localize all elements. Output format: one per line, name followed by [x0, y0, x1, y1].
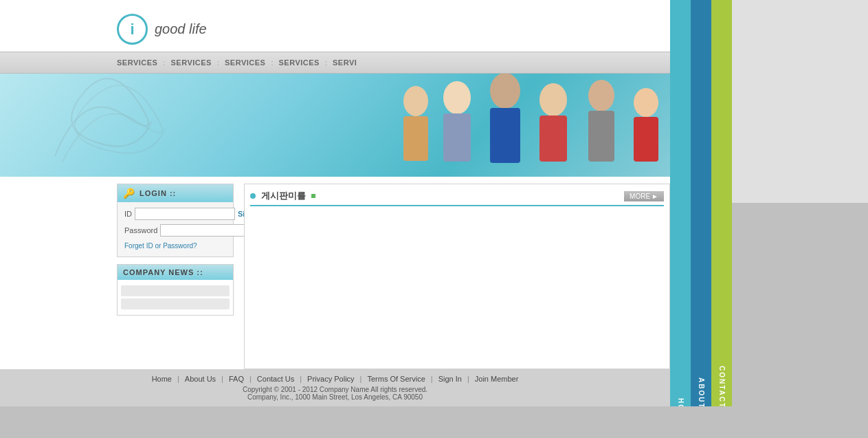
right-sidebar-inner: HOME ABOUT US CONTACT US: [670, 0, 868, 406]
key-icon: 🔑: [123, 188, 135, 199]
banner-people: [375, 74, 670, 177]
about-label: ABOUT US: [698, 377, 705, 406]
more-label: MORE: [630, 193, 650, 200]
board-title: 게시판미를: [261, 190, 306, 202]
board-panel: 게시판미를 MORE ►: [244, 184, 670, 369]
svg-rect-7: [539, 116, 567, 162]
logo-i-letter: i: [130, 21, 134, 39]
footer-link-terms[interactable]: Terms Of Service: [361, 375, 430, 383]
main-body: 🔑 LOGIN :: ID Sign Up Password: [0, 177, 670, 369]
footer-link-faq[interactable]: FAQ: [223, 375, 249, 383]
login-header-text: LOGIN ::: [140, 189, 176, 197]
page-wrapper: i good life SERVICES : SERVICES : SERVIC…: [0, 0, 868, 406]
sidebar-contact-panel[interactable]: CONTACT US: [711, 0, 732, 203]
nav-sep-3: :: [271, 58, 273, 67]
forget-link[interactable]: Forget ID or Password?: [124, 241, 226, 251]
footer-link-join[interactable]: Join Member: [469, 375, 524, 383]
more-arrow-icon: ►: [652, 193, 658, 200]
id-label: ID: [124, 210, 132, 218]
news-header: COMPANY NEWS ::: [118, 265, 233, 280]
board-green-dot: [311, 194, 315, 198]
nav-bar: SERVICES : SERVICES : SERVICES : SERVICE…: [0, 52, 670, 74]
swirl-decoration: [41, 74, 192, 170]
board-header: 게시판미를 MORE ►: [250, 190, 664, 206]
footer-link-contact[interactable]: Contact Us: [252, 375, 300, 383]
more-button[interactable]: MORE ►: [624, 191, 664, 201]
nav-item-2[interactable]: SERVICES: [171, 58, 212, 67]
footer-copyright: Copyright © 2001 - 2012 Company Name All…: [0, 386, 670, 393]
contact-panel-label[interactable]: CONTACT US: [711, 0, 732, 406]
login-id-row: ID Sign Up: [124, 208, 226, 220]
sidebar-home-panel[interactable]: HOME: [670, 0, 691, 203]
home-label: HOME: [677, 398, 685, 406]
svg-point-10: [634, 88, 658, 117]
about-panel-label[interactable]: ABOUT US: [691, 0, 711, 406]
nav-item-3[interactable]: SERVICES: [225, 58, 265, 67]
top-area: i good life SERVICES : SERVICES : SERVIC…: [0, 0, 868, 406]
contact-label: CONTACT US: [718, 366, 726, 406]
id-input[interactable]: [135, 208, 235, 220]
footer-link-privacy[interactable]: Privacy Policy: [302, 375, 359, 383]
svg-point-6: [539, 83, 567, 116]
news-items: [118, 280, 233, 315]
footer-links: Home | About Us | FAQ | Contact Us | Pri…: [0, 375, 670, 383]
svg-point-0: [403, 86, 428, 116]
login-box: 🔑 LOGIN :: ID Sign Up Password: [117, 184, 234, 257]
board-title-row: 게시판미를: [250, 190, 315, 202]
login-password-row: Password Sign In: [124, 224, 226, 237]
news-item-1[interactable]: [121, 285, 230, 296]
svg-point-4: [490, 74, 520, 109]
footer-area: Home | About Us | FAQ | Contact Us | Pri…: [0, 369, 670, 406]
footer-link-signin[interactable]: Sign In: [433, 375, 467, 383]
nav-sep-4: :: [325, 58, 327, 67]
svg-rect-9: [588, 111, 614, 162]
nav-item-5[interactable]: SERVI: [333, 58, 357, 67]
main-content-area: i good life SERVICES : SERVICES : SERVIC…: [0, 0, 670, 406]
board-teal-dot: [250, 193, 256, 199]
right-sidebar: HOME ABOUT US CONTACT US: [670, 0, 868, 406]
forget-link-anchor[interactable]: Forget ID or Password?: [124, 242, 197, 250]
svg-rect-3: [443, 113, 471, 162]
nav-item-4[interactable]: SERVICES: [279, 58, 320, 67]
svg-point-2: [443, 81, 471, 114]
banner-area: [0, 74, 670, 177]
login-form: ID Sign Up Password Sign In Forget ID or…: [118, 202, 233, 256]
sidebar-gray-top: [732, 0, 868, 203]
svg-rect-1: [403, 116, 428, 161]
password-label: Password: [124, 226, 157, 234]
logo-text: good life: [155, 21, 207, 37]
logo-area: i good life: [117, 14, 670, 45]
board-content: [250, 212, 664, 363]
footer-address: Company, Inc., 1000 Main Street, Los Ang…: [0, 393, 670, 401]
svg-point-8: [588, 80, 614, 111]
sidebar-bottom-gray: [732, 203, 868, 406]
right-panel: 게시판미를 MORE ►: [241, 184, 670, 369]
login-header: 🔑 LOGIN ::: [118, 184, 233, 202]
footer-link-home[interactable]: Home: [146, 375, 177, 383]
sidebar-about-panel[interactable]: ABOUT US: [691, 0, 711, 203]
header: i good life: [0, 0, 670, 52]
nav-item-1[interactable]: SERVICES: [117, 58, 157, 67]
nav-sep-1: :: [163, 58, 165, 67]
company-news-box: COMPANY NEWS ::: [117, 264, 234, 316]
logo-icon: i: [117, 14, 148, 45]
svg-rect-11: [634, 117, 658, 162]
home-panel-label[interactable]: HOME: [670, 0, 691, 406]
news-item-2[interactable]: [121, 298, 230, 309]
sidebar-top-section: HOME ABOUT US CONTACT US: [670, 0, 868, 203]
nav-sep-2: :: [217, 58, 219, 67]
footer-link-about[interactable]: About Us: [179, 375, 221, 383]
svg-rect-5: [490, 108, 520, 163]
left-panel: 🔑 LOGIN :: ID Sign Up Password: [117, 184, 241, 369]
